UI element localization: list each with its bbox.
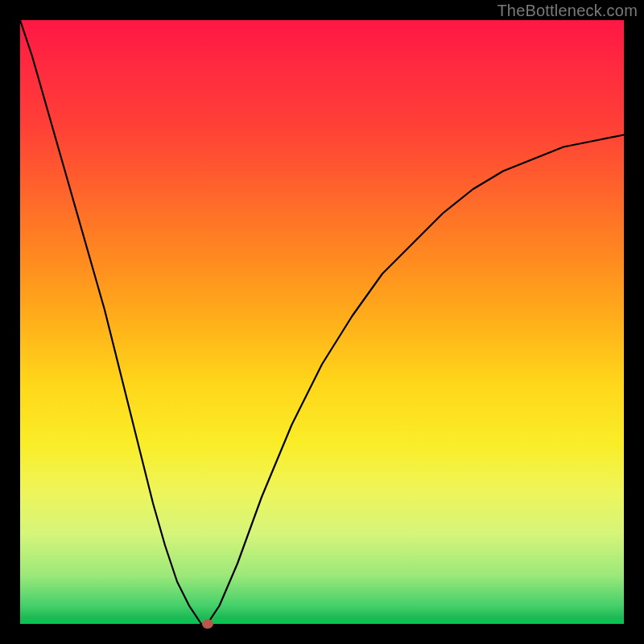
chart-frame: TheBottleneck.com [0, 0, 644, 644]
watermark-text: TheBottleneck.com [497, 2, 638, 20]
bottleneck-curve [20, 20, 624, 624]
curve-path [20, 20, 624, 624]
bottleneck-marker [202, 619, 213, 629]
plot-area [20, 20, 624, 624]
